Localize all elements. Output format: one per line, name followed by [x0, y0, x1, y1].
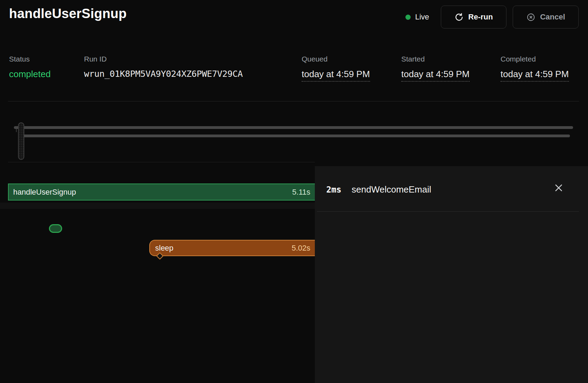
cancel-button[interactable]: Cancel: [513, 6, 579, 28]
meta-queued: Queued today at 4:59 PM: [302, 55, 370, 82]
meta-queued-label: Queued: [302, 55, 370, 63]
refresh-icon: [454, 13, 464, 22]
sleep-span-label: sleep: [155, 244, 174, 253]
cancel-label: Cancel: [540, 13, 565, 22]
step-detail-panel: stepName sendWelcomeEmail status complet…: [315, 166, 588, 383]
meta-completed: Completed today at 4:59 PM: [501, 55, 569, 82]
minimap-sleep-span: [20, 135, 570, 137]
cancel-circle-x-icon: [526, 13, 536, 22]
run-id-value: wrun_01K8PM5VA9Y024XZ6PWE7V29CA: [84, 69, 243, 79]
meta-run-id-label: Run ID: [84, 55, 243, 63]
meta-started-label: Started: [401, 55, 470, 63]
brush-tick: [16, 129, 17, 132]
sleep-span-duration: 5.02s: [292, 244, 310, 253]
waterfall-row-stripe: [0, 203, 315, 209]
header-divider: [8, 101, 579, 101]
selected-step-pill[interactable]: [49, 224, 62, 233]
page-title: handleUserSignup: [9, 6, 127, 21]
close-icon: [553, 182, 564, 194]
meta-status: Status completed: [9, 55, 51, 80]
run-detail-page: handleUserSignup Live Re-run Cancel Stat…: [0, 0, 588, 383]
live-toggle[interactable]: Live: [405, 9, 429, 25]
panel-step-duration: 2ms: [326, 185, 341, 195]
rerun-button[interactable]: Re-run: [441, 6, 506, 28]
meta-completed-label: Completed: [501, 55, 569, 63]
meta-started: Started today at 4:59 PM: [401, 55, 470, 82]
queued-time-value: today at 4:59 PM: [302, 69, 370, 82]
panel-step-title: sendWelcomeEmail: [352, 184, 431, 195]
meta-run-id: Run ID wrun_01K8PM5VA9Y024XZ6PWE7V29CA: [84, 55, 243, 79]
waterfall-top-divider: [8, 162, 315, 162]
started-time-value: today at 4:59 PM: [401, 69, 470, 82]
rerun-label: Re-run: [468, 13, 493, 22]
timeline-brush-handle[interactable]: [18, 122, 24, 160]
meta-status-label: Status: [9, 55, 51, 63]
live-dot-icon: [405, 15, 411, 20]
root-span-label: handleUserSignup: [13, 188, 76, 197]
completed-time-value: today at 4:59 PM: [501, 69, 569, 82]
sleep-span-bar[interactable]: sleep 5.02s: [149, 240, 315, 256]
root-span-duration: 5.11s: [292, 188, 310, 197]
panel-header-divider: [317, 211, 579, 212]
close-panel-button[interactable]: [549, 179, 568, 197]
root-span-bar[interactable]: handleUserSignup 5.11s: [8, 184, 315, 201]
minimap-root-span: [14, 126, 573, 129]
status-value: completed: [9, 69, 51, 80]
live-label: Live: [415, 13, 429, 22]
